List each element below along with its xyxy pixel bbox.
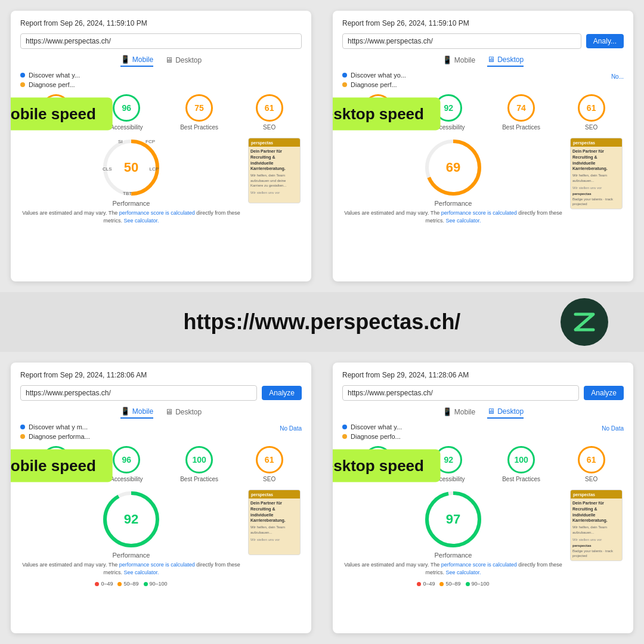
tabs-br: 📱 Mobile 🖥 Desktop — [342, 407, 624, 419]
perf-right-br: perspectas Dein Partner für Recruiting &… — [570, 490, 624, 587]
circle-seo-tl: 61 — [256, 94, 283, 122]
tab-mobile-br[interactable]: 📱 Mobile — [442, 407, 475, 419]
url-input-tr[interactable]: https://www.perspectas.ch/ — [342, 33, 581, 49]
analyze-btn-tr[interactable]: Analy... — [586, 34, 624, 48]
label-bp-bl: Best Practices — [180, 476, 218, 482]
preview-bl: perspectas Dein Partner für Recruiting &… — [248, 490, 301, 555]
score-seo-tl: 61 SEO — [256, 94, 283, 131]
legend-red-bl: 0–49 — [95, 581, 113, 587]
tab-mobile-tl[interactable]: 📱 Mobile — [120, 55, 153, 67]
url-bar-tl: https://www.perspectas.ch/ — [20, 33, 302, 49]
analyze-btn-bl[interactable]: Analyze — [262, 386, 302, 400]
preview-content-br: Dein Partner für Recruiting &individuell… — [571, 499, 622, 561]
dot-br-1 — [342, 425, 347, 429]
score-seo-br: 61 SEO — [578, 446, 605, 482]
perf-note-bl: Values are estimated and may vary. The p… — [20, 561, 242, 576]
dot-br-2 — [342, 434, 347, 439]
discover-row-br: Discover what y... No Data — [342, 423, 624, 433]
perf-note-br: Values are estimated and may vary. The p… — [342, 561, 564, 576]
tab-desktop-tr[interactable]: 🖥 Desktop — [487, 55, 524, 67]
preview-tr: perspectas Dein Partner für Recruiting &… — [570, 138, 623, 209]
tab-mobile-bl[interactable]: 📱 Mobile — [120, 407, 153, 419]
no-data-tr: No... — [611, 73, 624, 80]
perf-right-tl: perspectas Dein Partner für Recruiting &… — [248, 138, 302, 227]
preview-content-bl: Dein Partner für Recruiting &individuell… — [249, 499, 300, 544]
discover-row-tr: Discover what yo... No... — [342, 72, 624, 81]
mobile-icon-tr: 📱 — [442, 55, 452, 64]
preview-header-tr: perspectas — [571, 138, 622, 147]
label-bp-br: Best Practices — [502, 476, 540, 482]
no-data-bl: No Data — [280, 425, 302, 432]
big-score-br: 97 — [446, 512, 460, 527]
circle-bp-bl: 100 — [185, 446, 213, 473]
perf-left-bl: 92 Performance Values are estimated and … — [20, 490, 242, 587]
legend-green-br: 90–100 — [466, 581, 490, 587]
perf-label-tl: Performance — [113, 200, 150, 207]
diagnose-br: Diagnose perfo... — [342, 433, 624, 440]
report-date-br: Report from Sep 29, 2024, 11:28:06 AM — [342, 371, 624, 379]
tabs-tl: 📱 Mobile 🖥 Desktop — [20, 55, 302, 67]
diagnose-tr: Diagnose perf... — [342, 81, 624, 88]
circle-acc-bl: 96 — [113, 446, 140, 473]
center-logo — [561, 298, 608, 346]
label-seo-br: SEO — [585, 476, 597, 482]
score-acc-bl: 96 Accessibility — [110, 446, 143, 482]
label-seo-tr: SEO — [585, 124, 597, 131]
tab-desktop-bl[interactable]: 🖥 Desktop — [165, 407, 202, 419]
perf-right-tr: perspectas Dein Partner für Recruiting &… — [570, 138, 624, 227]
dot-tr-1 — [342, 73, 347, 78]
url-input-br[interactable]: https://www.perspectas.ch/ — [342, 385, 579, 401]
preview-br: perspectas Dein Partner für Recruiting &… — [570, 490, 623, 561]
discover-row-bl: Discover what y m... No Data — [20, 423, 302, 433]
panel-top-right: Report from Sep 26, 2024, 11:59:10 PM ht… — [333, 11, 633, 281]
perf-label-tr: Performance — [435, 200, 472, 207]
desktop-icon-tr: 🖥 — [487, 55, 495, 64]
score-bp-tl: 75 Best Practices — [180, 94, 218, 131]
tab-desktop-br[interactable]: 🖥 Desktop — [487, 407, 524, 419]
discover-bl: Discover what y m... — [20, 423, 88, 431]
score-seo-tr: 61 SEO — [578, 94, 605, 131]
perf-label-bl: Performance — [113, 552, 150, 559]
url-bar-tr: https://www.perspectas.ch/ Analy... — [342, 33, 624, 49]
perf-right-bl: perspectas Dein Partner für Recruiting &… — [248, 490, 302, 587]
url-bar-bl: https://www.perspectas.ch/ Analyze — [20, 385, 302, 401]
url-bar-br: https://www.perspectas.ch/ Analyze — [342, 385, 624, 401]
label-seo-tl: SEO — [263, 124, 275, 131]
mobile-icon-bl: 📱 — [120, 407, 130, 416]
report-date-tl: Report from Sep 26, 2024, 11:59:10 PM — [20, 19, 302, 27]
dot-bl-2 — [20, 434, 25, 439]
speed-label-tl: Mobile speed — [11, 97, 113, 130]
analyze-btn-br[interactable]: Analyze — [584, 386, 624, 400]
tab-mobile-tr[interactable]: 📱 Mobile — [442, 55, 475, 67]
circle-seo-br: 61 — [578, 446, 605, 473]
diagnose-bl: Diagnose performa... — [20, 433, 302, 440]
speed-label-tr: Desktop speed — [333, 97, 441, 130]
legend-red-br: 0–49 — [417, 581, 435, 587]
desktop-icon-tl: 🖥 — [165, 55, 173, 64]
diagnose-tl: Diagnose perf... — [20, 81, 302, 88]
url-input-tl[interactable]: https://www.perspectas.ch/ — [20, 33, 302, 49]
main-grid: Report from Sep 26, 2024, 11:59:10 PM ht… — [0, 0, 644, 644]
label-acc-bl: Accessibility — [110, 476, 143, 482]
preview-header-br: perspectas — [571, 490, 622, 499]
tab-desktop-tl[interactable]: 🖥 Desktop — [165, 55, 202, 67]
url-input-bl[interactable]: https://www.perspectas.ch/ — [20, 385, 257, 401]
perf-left-br: 97 Performance Values are estimated and … — [342, 490, 564, 587]
speed-label-bl: Mobile speed — [11, 449, 113, 482]
discover-tl: Discover what y... — [20, 72, 302, 79]
desktop-icon-bl: 🖥 — [165, 407, 173, 416]
center-banner: https://www.perspectas.ch/ — [0, 292, 644, 352]
discover-tr: Discover what yo... — [342, 72, 406, 79]
circle-bp-br: 100 — [507, 446, 535, 473]
dot-bl-1 — [20, 425, 25, 429]
circle-seo-tr: 61 — [578, 94, 605, 122]
perf-left-tr: 69 Performance Values are estimated and … — [342, 138, 564, 227]
circle-bp-tr: 74 — [507, 94, 535, 122]
dot-tl-1 — [20, 73, 25, 78]
legend-orange-br: 50–89 — [439, 581, 460, 587]
score-seo-bl: 61 SEO — [256, 446, 283, 482]
perf-area-tr: 69 Performance Values are estimated and … — [342, 138, 624, 227]
label-bp-tr: Best Practices — [502, 124, 540, 131]
circle-acc-tl: 96 — [113, 94, 140, 122]
report-date-bl: Report from Sep 29, 2024, 11:28:06 AM — [20, 371, 302, 379]
